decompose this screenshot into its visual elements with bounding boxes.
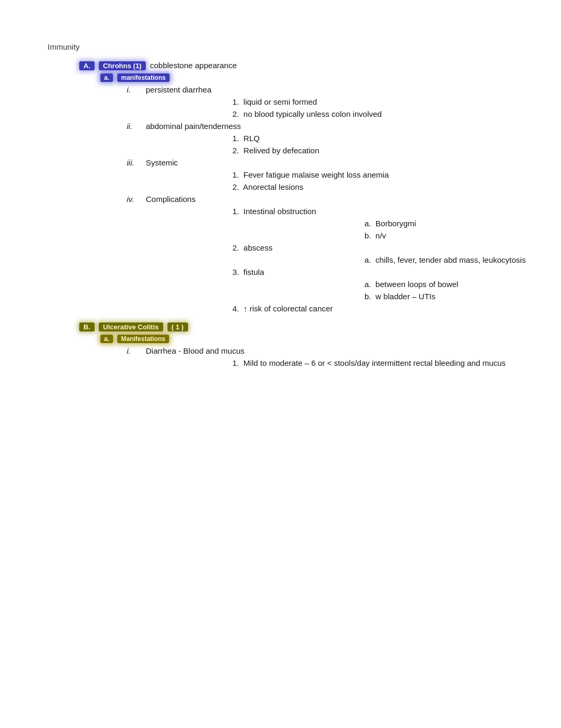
- item-iii: iii. Systemic 1. Fever fatigue malaise w…: [127, 158, 529, 191]
- badge-b-small-a: a.: [100, 335, 113, 343]
- item-iv-sub-3-b: b. w bladder – UTIs: [364, 292, 529, 301]
- item-iv-sub-1-a-letter: a.: [364, 219, 376, 228]
- badge-small-a: a.: [100, 73, 113, 82]
- item-iii-label: iii.: [127, 158, 143, 167]
- item-iv-row: iv. Complications: [127, 195, 529, 204]
- item-ii-sub-2-text: Relived by defecation: [244, 146, 319, 155]
- badge-b: B.: [79, 322, 95, 331]
- b-manifestations-header: a. Manifestations: [100, 335, 529, 343]
- section-b-header: B. Ulcerative Colitis ( 1 ): [79, 322, 529, 331]
- item-iv-sub-2-a: a. chills, fever, tender abd mass, leuko…: [364, 255, 529, 264]
- section-b-sub: a. Manifestations: [100, 335, 529, 343]
- item-iv-text: Complications: [146, 195, 195, 204]
- item-i-sub-2-text: no blood typically unless colon involved: [244, 109, 382, 118]
- b-item-i-row: i. Diarrhea - Blood and mucus: [127, 346, 529, 355]
- item-i-sub-2: 2. no blood typically unless colon invol…: [232, 109, 529, 118]
- item-iv-sub-1-b-text: n/v: [376, 231, 386, 240]
- item-iv-sub-3-b-letter: b.: [364, 292, 376, 301]
- item-iii-sub-1: 1. Fever fatigue malaise weight loss ane…: [232, 170, 529, 179]
- item-iii-sub-2: 2. Anorectal lesions: [232, 182, 529, 191]
- b-manifestations-label: Manifestations: [117, 335, 169, 343]
- section-b: B. Ulcerative Colitis ( 1 ): [79, 322, 529, 331]
- item-iv-sub-1-num: 1.: [232, 207, 244, 216]
- page-container: Immunity A. Chrohns (1) cobblestone appe…: [48, 42, 529, 367]
- chrohns-label: Chrohns (1): [99, 61, 146, 70]
- item-iv-sub-3-b-text: w bladder – UTIs: [376, 292, 435, 301]
- section-a: A. Chrohns (1) cobblestone appearance: [79, 61, 529, 70]
- item-iv-sub-3-num: 3.: [232, 268, 244, 277]
- manifestations-header: a. manifestations: [100, 73, 529, 82]
- item-iv-sub-4: 4. ↑ risk of colorectal cancer: [232, 304, 529, 313]
- item-ii-row: ii. abdominal pain/tenderness: [127, 122, 529, 131]
- b-item-i-label: i.: [127, 346, 143, 355]
- b-item-i: i. Diarrhea - Blood and mucus 1. Mild to…: [127, 346, 529, 367]
- item-ii-sub-1-text: RLQ: [244, 134, 260, 143]
- item-iv: iv. Complications 1. Intestinal obstruct…: [127, 195, 529, 313]
- chrohns-suffix: cobblestone appearance: [150, 61, 237, 70]
- b-item-i-sub-1-num: 1.: [232, 358, 244, 367]
- item-i-sub-1-num: 1.: [232, 97, 244, 106]
- b-item-i-text: Diarrhea - Blood and mucus: [146, 346, 245, 355]
- b-item-i-sub-1: 1. Mild to moderate – 6 or < stools/day …: [232, 358, 507, 367]
- item-iv-sub-1-b: b. n/v: [364, 231, 529, 240]
- ulcerative-colitis-suffix: ( 1 ): [167, 322, 188, 331]
- item-iv-sub-1-a-text: Borborygmi: [376, 219, 416, 228]
- item-ii-text: abdominal pain/tenderness: [146, 122, 241, 131]
- section-a-sub: a. manifestations: [100, 73, 529, 82]
- item-iv-sub-1-a: a. Borborygmi: [364, 219, 529, 228]
- item-iii-sub-2-text: Anorectal lesions: [243, 182, 303, 191]
- item-iv-sub-3-a-letter: a.: [364, 280, 376, 289]
- item-iv-sub-3-a: a. between loops of bowel: [364, 280, 529, 289]
- item-iv-sub-2-num: 2.: [232, 243, 244, 252]
- item-i-text: persistent diarrhea: [146, 85, 211, 94]
- manifestations-label: manifestations: [117, 73, 170, 82]
- item-i-sub-1: 1. liquid or semi formed: [232, 97, 529, 106]
- item-iii-sub-1-text: Fever fatigue malaise weight loss anemia: [244, 170, 389, 179]
- item-i-row: i. persistent diarrhea: [127, 85, 529, 94]
- item-iv-sub-2-text: abscess: [244, 243, 273, 252]
- item-iii-sub-1-num: 1.: [232, 170, 244, 179]
- item-ii-sub-2: 2. Relived by defecation: [232, 146, 529, 155]
- item-iii-row: iii. Systemic: [127, 158, 529, 167]
- item-iv-sub-2: 2. abscess a. chills, fever, tender abd …: [232, 243, 529, 264]
- ulcerative-colitis-label: Ulcerative Colitis: [99, 322, 163, 331]
- page-title: Immunity: [48, 42, 529, 51]
- item-iv-sub-4-text: ↑ risk of colorectal cancer: [244, 304, 333, 313]
- item-iv-sub-3-a-text: between loops of bowel: [376, 280, 459, 289]
- item-iv-sub-1: 1. Intestinal obstruction a. Borborygmi …: [232, 207, 529, 240]
- section-a-header: A. Chrohns (1) cobblestone appearance: [79, 61, 529, 70]
- item-iv-sub-2-a-letter: a.: [364, 255, 376, 264]
- item-ii-sub-1-num: 1.: [232, 134, 244, 143]
- item-iv-sub-3: 3. fistula a. between loops of bowel b. …: [232, 268, 529, 301]
- item-ii-label: ii.: [127, 122, 143, 131]
- item-iv-sub-2-a-text: chills, fever, tender abd mass, leukocyt…: [376, 255, 526, 264]
- item-ii-sub-1: 1. RLQ: [232, 134, 529, 143]
- item-ii: ii. abdominal pain/tenderness 1. RLQ 2. …: [127, 122, 529, 155]
- item-i: i. persistent diarrhea 1. liquid or semi…: [127, 85, 529, 118]
- item-i-sub-1-text: liquid or semi formed: [244, 97, 317, 106]
- item-iv-sub-1-text: Intestinal obstruction: [244, 207, 316, 216]
- item-i-sub-2-num: 2.: [232, 109, 244, 118]
- item-i-label: i.: [127, 85, 143, 94]
- badge-a: A.: [79, 61, 95, 70]
- item-iv-sub-3-text: fistula: [244, 268, 264, 277]
- item-iii-text: Systemic: [146, 158, 178, 167]
- item-ii-sub-2-num: 2.: [232, 146, 244, 155]
- b-item-i-sub-1-text: Mild to moderate – 6 or < stools/day int…: [244, 358, 506, 367]
- item-iv-sub-1-b-letter: b.: [364, 231, 376, 240]
- item-iv-label: iv.: [127, 195, 143, 204]
- item-iv-sub-4-num: 4.: [232, 304, 244, 313]
- item-iii-sub-2-num: 2.: [232, 182, 243, 191]
